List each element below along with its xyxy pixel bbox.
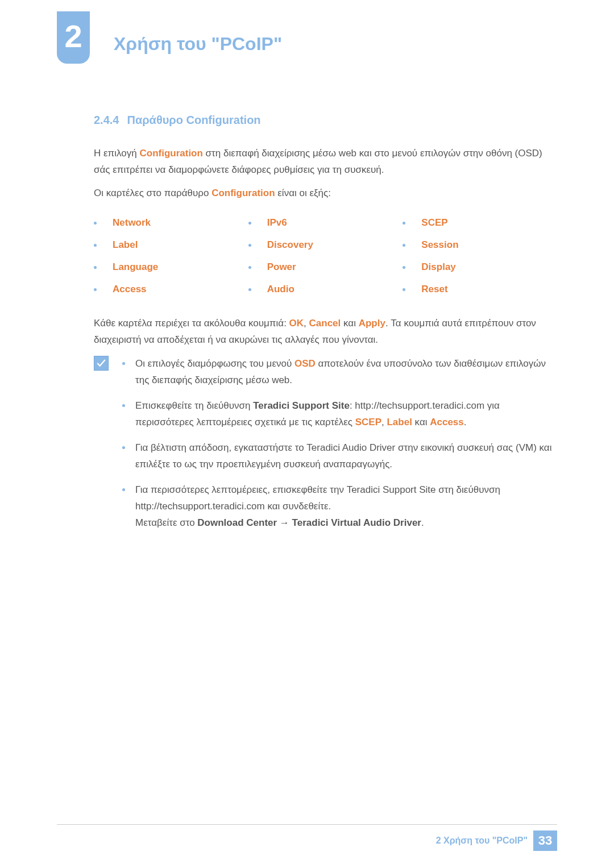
tab-power: Power: [248, 256, 403, 279]
tab-ipv6: IPv6: [248, 212, 403, 234]
intro-paragraph-2: Οι καρτέλες στο παράθυρο Configuration ε…: [94, 185, 557, 202]
highlight-label: Label: [387, 417, 412, 427]
section-title: Παράθυρο Configuration: [127, 114, 260, 126]
text: .: [464, 417, 467, 427]
section-heading: 2.4.4Παράθυρο Configuration: [94, 110, 557, 130]
note-item: Οι επιλογές διαμόρφωσης του μενού OSD απ…: [122, 356, 557, 389]
note-item: Επισκεφθείτε τη διεύθυνση Teradici Suppo…: [122, 398, 557, 431]
note-item: Για βέλτιστη απόδοση, εγκαταστήστε το Te…: [122, 440, 557, 473]
bullet-icon: [122, 404, 125, 407]
highlight-configuration: Configuration: [139, 148, 202, 159]
note-block: Οι επιλογές διαμόρφωσης του μενού OSD απ…: [94, 356, 557, 540]
tab-label: Access: [113, 281, 147, 298]
text: .: [421, 517, 424, 528]
arrow-icon: →: [277, 517, 292, 528]
section-number: 2.4.4: [94, 114, 119, 126]
tab-network: Network: [94, 212, 248, 234]
buttons-paragraph: Κάθε καρτέλα περιέχει τα ακόλουθα κουμπι…: [94, 315, 557, 348]
bullet-icon: [122, 488, 125, 491]
tab-label-item: Label: [94, 234, 248, 256]
page-content: 2.4.4Παράθυρο Configuration Η επιλογή Co…: [0, 59, 614, 540]
checkmark-icon: [96, 358, 106, 368]
text: Για βέλτιστη απόδοση, εγκαταστήστε το Te…: [135, 442, 551, 470]
highlight-configuration: Configuration: [211, 188, 275, 198]
footer-chapter-title: 2 Χρήση του "PCoIP": [436, 833, 528, 848]
tab-label: IPv6: [267, 215, 287, 231]
tab-reset: Reset: [403, 279, 557, 301]
highlight-osd: OSD: [294, 358, 316, 369]
bullet-icon: [248, 244, 251, 247]
bold-download-center: Download Center: [197, 517, 277, 528]
text: και: [412, 417, 430, 427]
highlight-access: Access: [430, 417, 464, 427]
page-footer: 2 Χρήση του "PCoIP" 33: [57, 824, 557, 851]
tab-label: Session: [421, 237, 458, 254]
tab-label: Language: [113, 259, 158, 276]
tab-discovery: Discovery: [248, 234, 403, 256]
text: Επισκεφθείτε τη διεύθυνση: [135, 400, 253, 411]
chapter-number-badge: 2: [57, 11, 90, 64]
tab-label: Reset: [421, 281, 447, 298]
text: ,: [304, 318, 309, 329]
tab-label: Discovery: [267, 237, 313, 254]
highlight-apply: Apply: [359, 318, 385, 329]
bullet-icon: [248, 288, 251, 291]
bullet-icon: [122, 446, 125, 449]
tab-label: Power: [267, 259, 296, 276]
text: είναι οι εξής:: [275, 188, 331, 198]
tab-language: Language: [94, 256, 248, 279]
tab-label: Audio: [267, 281, 294, 298]
footer-rule: [57, 824, 557, 825]
chapter-title: Χρήση του "PCoIP": [57, 17, 614, 59]
text: και: [341, 318, 358, 329]
text: Κάθε καρτέλα περιέχει τα ακόλουθα κουμπι…: [94, 318, 289, 329]
bullet-icon: [403, 266, 405, 269]
tab-access: Access: [94, 279, 248, 301]
bullet-icon: [94, 244, 97, 247]
tabs-grid: Network Label Language Access IPv6 Disco…: [94, 212, 557, 301]
tab-label: Display: [421, 259, 455, 276]
bullet-icon: [248, 222, 251, 225]
tab-audio: Audio: [248, 279, 403, 301]
highlight-ok: OK: [289, 318, 304, 329]
highlight-scep: SCEP: [355, 417, 381, 427]
text: Η επιλογή: [94, 148, 139, 159]
bullet-icon: [403, 222, 405, 225]
bullet-icon: [403, 288, 405, 291]
tab-session: Session: [403, 234, 557, 256]
bullet-icon: [94, 288, 97, 291]
bullet-icon: [122, 362, 125, 365]
note-item: Για περισσότερες λεπτομέρειες, επισκεφθε…: [122, 482, 557, 531]
note-icon: [94, 356, 111, 540]
text: Οι επιλογές διαμόρφωσης του μενού: [135, 358, 294, 369]
highlight-cancel: Cancel: [309, 318, 341, 329]
bullet-icon: [403, 244, 405, 247]
bullet-icon: [94, 266, 97, 269]
intro-paragraph-1: Η επιλογή Configuration στη διεπαφή διαχ…: [94, 146, 557, 178]
page-header: 2 Χρήση του "PCoIP": [0, 0, 614, 59]
bullet-icon: [248, 266, 251, 269]
note-list: Οι επιλογές διαμόρφωσης του μενού OSD απ…: [122, 356, 557, 540]
text: Για περισσότερες λεπτομέρειες, επισκεφθε…: [135, 484, 500, 512]
bold-teradici-support: Teradici Support Site: [253, 400, 350, 411]
tab-label: Network: [113, 215, 151, 231]
tab-label: SCEP: [421, 215, 447, 231]
tab-label: Label: [113, 237, 138, 254]
page-number: 33: [533, 830, 557, 851]
text: Οι καρτέλες στο παράθυρο: [94, 188, 211, 198]
tab-scep: SCEP: [403, 212, 557, 234]
tab-display: Display: [403, 256, 557, 279]
bullet-icon: [94, 222, 97, 225]
text: Μεταβείτε στο: [135, 517, 197, 528]
bold-teradici-driver: Teradici Virtual Audio Driver: [292, 517, 421, 528]
